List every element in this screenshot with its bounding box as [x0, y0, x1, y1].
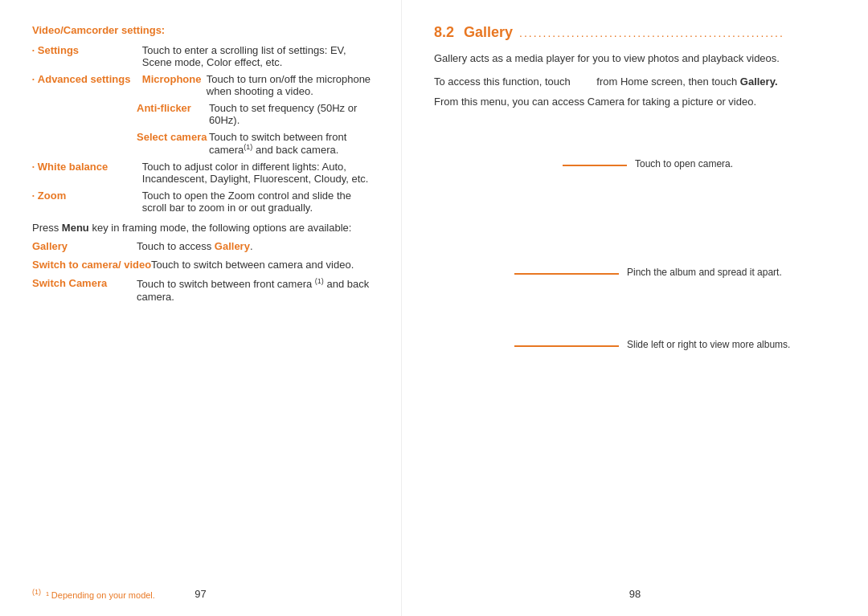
press-menu-text: Press Menu key in framing mode, the foll…	[32, 222, 377, 234]
gallery-header: 8.2 Gallery ............................…	[434, 24, 836, 41]
gallery-menu-row: Gallery Touch to access Gallery.	[32, 240, 377, 252]
gallery-desc3: From this menu, you can access Camera fo…	[434, 94, 836, 111]
white-balance-row: • White balance Touch to adjust color in…	[32, 161, 377, 185]
callout-2-line	[514, 273, 619, 275]
right-page: 8.2 Gallery ............................…	[402, 0, 868, 616]
select-camera-label: Select camera	[137, 131, 209, 143]
advanced-settings-row: • Advanced settings Microphone Touch to …	[32, 73, 377, 97]
switch-camera-video-desc: Touch to switch between camera and video…	[151, 259, 377, 271]
bullet-advanced: •	[32, 75, 35, 83]
callout-1-line	[563, 165, 627, 166]
section-title: Video/Camcorder settings:	[32, 24, 377, 36]
advanced-settings-label: Advanced settings	[38, 73, 142, 85]
gallery-desc2: To access this function, touch from Home…	[434, 74, 836, 91]
bullet-wb: •	[32, 163, 35, 170]
callout-3-line	[514, 345, 619, 347]
bullet-settings: •	[32, 47, 35, 54]
page-num-left: 97	[194, 588, 206, 600]
footnote: (1) ¹ Depending on your model.	[32, 588, 155, 600]
callout-2-text: Pinch the album and spread it apart.	[627, 267, 782, 278]
zoom-desc: Touch to open the Zoom control and slide…	[142, 190, 377, 214]
gallery-desc1: Gallery acts as a media player for you t…	[434, 51, 836, 67]
callout-3-text: Slide left or right to view more albums.	[627, 339, 790, 350]
settings-row: • Settings Touch to enter a scrolling li…	[32, 44, 377, 68]
white-balance-desc: Touch to adjust color in different light…	[142, 161, 377, 185]
gallery-menu-label: Gallery	[32, 240, 137, 252]
switch-camera-video-label: Switch to camera/ video	[32, 259, 151, 271]
settings-desc: Touch to enter a scrolling list of setti…	[142, 44, 377, 68]
switch-camera-row: Switch Camera Touch to switch between fr…	[32, 277, 377, 302]
menu-items-table: Gallery Touch to access Gallery. Switch …	[32, 240, 377, 302]
advanced-sub-rows: Anti-flicker Touch to set frequency (50H…	[137, 102, 377, 156]
gallery-section-num: 8.2	[434, 24, 454, 41]
bullet-zoom: •	[32, 192, 35, 199]
select-camera-row: Select camera Touch to switch between fr…	[137, 131, 377, 156]
microphone-label: Microphone	[142, 73, 207, 85]
page-num-right: 98	[629, 588, 641, 600]
gallery-section-title: Gallery	[464, 24, 513, 41]
select-camera-desc: Touch to switch between front camera(1) …	[209, 131, 377, 156]
switch-camera-label: Switch Camera	[32, 277, 137, 289]
zoom-label: Zoom	[38, 190, 142, 202]
switch-camera-desc: Touch to switch between front camera (1)…	[137, 277, 377, 302]
gallery-dots: ........................................…	[519, 27, 836, 39]
diagram-area: Touch to open camera. Pinch the album an…	[434, 126, 836, 399]
page: Video/Camcorder settings: • Settings Tou…	[0, 0, 868, 616]
anti-flicker-label: Anti-flicker	[137, 102, 209, 114]
switch-camera-video-row: Switch to camera/ video Touch to switch …	[32, 259, 377, 271]
settings-label: Settings	[38, 44, 142, 56]
white-balance-label: White balance	[38, 161, 142, 173]
anti-flicker-desc: Touch to set frequency (50Hz or 60Hz).	[209, 102, 377, 126]
zoom-row: • Zoom Touch to open the Zoom control an…	[32, 190, 377, 214]
gallery-menu-desc: Touch to access Gallery.	[137, 240, 377, 252]
left-page: Video/Camcorder settings: • Settings Tou…	[0, 0, 402, 616]
microphone-desc: Touch to turn on/off the microphone when…	[207, 73, 377, 97]
callout-1-text: Touch to open camera.	[635, 158, 733, 169]
anti-flicker-row: Anti-flicker Touch to set frequency (50H…	[137, 102, 377, 126]
